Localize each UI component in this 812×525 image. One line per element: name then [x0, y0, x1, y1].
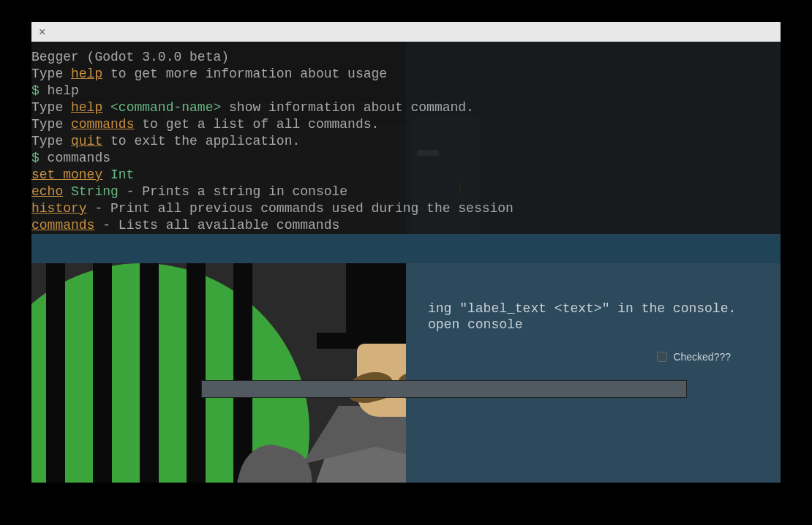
instruction-line-2: open console [428, 317, 523, 332]
console-text: - Print all previous commands used durin… [87, 201, 514, 216]
checkbox-row: Checked??? [657, 351, 731, 363]
game-area: ing "label_text <text>" in the console. … [31, 22, 781, 483]
console-text: Type [31, 117, 71, 132]
bar [140, 263, 159, 483]
bar [46, 263, 65, 483]
commands-link[interactable]: commands [31, 218, 94, 233]
begger-character [214, 263, 406, 483]
prompt: $ [31, 83, 40, 98]
console-text: to exit the application. [102, 134, 300, 148]
character-hat [346, 263, 406, 344]
console-text: show information about command. [221, 100, 474, 115]
command-arg: Int [102, 167, 134, 182]
command-arg: String [63, 184, 119, 199]
user-input: commands [40, 151, 110, 165]
command-arg: <command-name> [102, 100, 221, 115]
console-output[interactable]: Begger (Godot 3.0.0 beta) Type help to g… [31, 42, 781, 234]
instruction-line-1: ing "label_text <text>" in the console. [428, 301, 736, 316]
bar [93, 263, 112, 483]
help-link[interactable]: help [71, 100, 102, 115]
console-title: Begger (Godot 3.0.0 beta) [31, 50, 229, 64]
console-text: to get a list of all commands. [134, 117, 379, 132]
console-text: - Lists all available commands [94, 218, 339, 233]
checkbox-label: Checked??? [673, 351, 731, 363]
user-input: help [40, 83, 79, 98]
checkbox[interactable] [657, 352, 667, 362]
history-link[interactable]: history [31, 201, 87, 216]
console-text: Type [31, 134, 71, 148]
commands-link[interactable]: commands [71, 117, 134, 132]
console-text: to get more information about usage [102, 67, 387, 81]
console-text: Type [31, 100, 71, 115]
close-icon[interactable]: × [31, 26, 53, 39]
console-text: Type [31, 67, 71, 81]
console-text: - Prints a string in console [119, 184, 347, 199]
quit-link[interactable]: quit [71, 134, 102, 148]
bar [187, 263, 206, 483]
help-link[interactable]: help [71, 67, 102, 81]
console-titlebar: × [31, 22, 781, 42]
instruction-text: ing "label_text <text>" in the console. … [428, 301, 736, 333]
prompt: $ [31, 151, 40, 165]
text-input[interactable] [201, 380, 687, 398]
set-money-link[interactable]: set_money [31, 167, 102, 182]
echo-link[interactable]: echo [31, 184, 63, 199]
console-input[interactable] [31, 234, 781, 263]
